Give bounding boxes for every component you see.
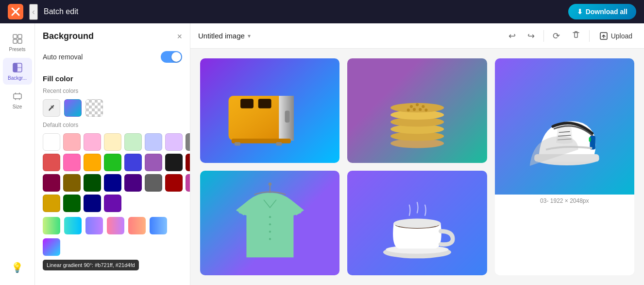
svg-point-31 [424, 108, 427, 111]
color-orange[interactable] [84, 154, 101, 171]
color-blue[interactable] [124, 154, 142, 171]
color-red[interactable] [43, 154, 60, 171]
image-preview-5 [347, 171, 487, 275]
color-dark-red[interactable] [186, 154, 190, 171]
gradient-green[interactable] [43, 217, 60, 234]
image-grid: 01- 2048 × 1306px [190, 49, 644, 285]
recent-colors-row [43, 99, 182, 117]
color-navy[interactable] [104, 174, 121, 192]
svg-point-30 [407, 108, 410, 111]
color-light-green[interactable] [124, 133, 142, 151]
color-purple[interactable] [145, 154, 162, 171]
color-indigo[interactable] [124, 174, 142, 192]
gradient-swatches-row [43, 217, 182, 256]
image-label-3: 03- 1922 × 2048px [495, 195, 634, 208]
color-black[interactable] [165, 154, 183, 171]
color-violet[interactable] [104, 195, 121, 212]
panel-title: Background [43, 31, 94, 41]
gradient-blue[interactable] [150, 217, 167, 234]
main-layout: Presets Backgr... Size 💡 [0, 23, 644, 285]
redo-button[interactable]: ↪ [525, 28, 538, 44]
gradient-pink-purple[interactable] [107, 217, 124, 234]
gradient-tooltip: Linear gradient 90°: #b721ff, #21d4fd [43, 260, 139, 270]
side-panel: Background × Auto removal Fill color Rec… [35, 23, 190, 285]
color-pink[interactable] [84, 133, 101, 151]
back-button[interactable]: ‹ [29, 4, 38, 20]
canvas-toolbar: Untitled image ▾ ↩ ↪ ⟳ Upload [190, 23, 644, 49]
svg-rect-19 [234, 142, 240, 145]
fill-color-section: Fill color Recent colors Default colors [43, 74, 182, 256]
image-card-3[interactable]: 03- 1922 × 2048px [495, 58, 634, 275]
svg-point-27 [410, 105, 413, 108]
presets-label: Presets [9, 47, 26, 52]
sidebar-item-size[interactable]: Size [3, 87, 32, 113]
toaster-svg [211, 66, 329, 155]
toolbar-divider-2 [589, 30, 590, 42]
color-hot-pink[interactable] [63, 154, 81, 171]
size-label: Size [13, 104, 22, 109]
image-preview-3 [495, 58, 634, 195]
svg-rect-3 [18, 35, 22, 38]
default-colors-grid [43, 133, 182, 212]
svg-point-33 [419, 108, 422, 111]
gradient-swatch-recent[interactable] [64, 99, 82, 117]
color-crimson[interactable] [165, 174, 183, 192]
color-amber[interactable] [43, 195, 60, 212]
undo-button[interactable]: ↩ [506, 28, 519, 44]
image-preview-2 [347, 58, 487, 163]
svg-rect-17 [285, 111, 289, 123]
svg-rect-18 [231, 139, 290, 143]
image-card-4[interactable]: 04 [200, 171, 339, 275]
sneaker-svg [505, 69, 624, 184]
shirt-svg [214, 181, 326, 265]
download-all-button[interactable]: ⬇ Download all [568, 4, 636, 19]
fill-color-title: Fill color [43, 74, 182, 83]
upload-button[interactable]: Upload [595, 29, 636, 43]
color-magenta[interactable] [186, 174, 190, 192]
gradient-red-orange[interactable] [128, 217, 146, 234]
color-white[interactable] [43, 133, 60, 151]
close-panel-button[interactable]: × [177, 32, 182, 41]
color-light-pink[interactable] [63, 133, 81, 151]
image-card-1[interactable]: 01- 2048 × 1306px [200, 58, 339, 163]
sidebar-item-presets[interactable]: Presets [3, 29, 32, 56]
svg-point-29 [422, 105, 424, 108]
image-card-2[interactable]: 02- 2000 × 1259px [347, 58, 487, 163]
color-charcoal[interactable] [145, 174, 162, 192]
gradient-purple-blue[interactable] [43, 238, 60, 256]
color-green[interactable] [104, 154, 121, 171]
download-icon: ⬇ [577, 8, 583, 16]
coffee-svg [361, 181, 473, 265]
transparent-swatch[interactable] [85, 99, 103, 117]
color-lavender[interactable] [165, 133, 183, 151]
gradient-cyan[interactable] [64, 217, 82, 234]
color-maroon[interactable] [43, 174, 60, 192]
color-light-blue[interactable] [145, 133, 162, 151]
svg-rect-5 [18, 39, 22, 43]
panel-header: Background × [43, 31, 182, 41]
default-colors-label: Default colors [43, 122, 182, 128]
color-gray[interactable] [186, 133, 190, 151]
gradient-blue-purple[interactable] [85, 217, 103, 234]
icon-bar: Presets Backgr... Size 💡 [0, 23, 35, 285]
color-olive[interactable] [63, 174, 81, 192]
svg-rect-8 [14, 94, 21, 99]
lightbulb-button[interactable]: 💡 [7, 258, 27, 277]
delete-button[interactable] [569, 27, 583, 44]
color-peach[interactable] [104, 133, 121, 151]
sidebar-item-background[interactable]: Backgr... [3, 58, 32, 85]
document-title[interactable]: Untitled image ▾ [198, 32, 251, 40]
svg-point-9 [49, 110, 50, 111]
color-forest[interactable] [63, 195, 81, 212]
image-card-5[interactable]: 05 [347, 171, 487, 275]
reset-button[interactable]: ⟳ [550, 28, 563, 44]
svg-rect-40 [589, 137, 591, 142]
color-dark-green[interactable] [84, 174, 101, 192]
eyedropper-swatch[interactable] [43, 99, 60, 117]
background-icon [12, 62, 23, 73]
toggle-knob [171, 52, 181, 62]
app-logo [8, 4, 23, 19]
recent-colors-label: Recent colors [43, 88, 182, 94]
color-midnight[interactable] [84, 195, 101, 212]
auto-removal-toggle[interactable] [161, 51, 182, 63]
